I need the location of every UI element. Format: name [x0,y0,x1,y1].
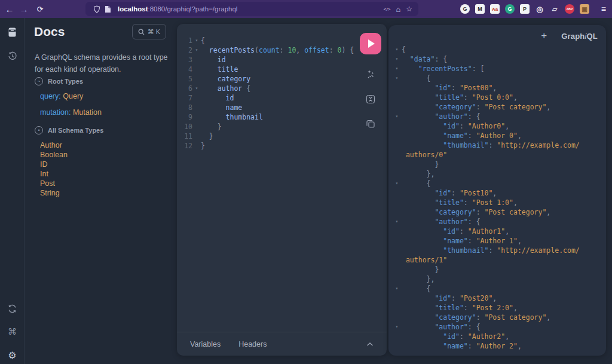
home-icon[interactable]: ⌂ [396,5,400,14]
root-types-label: Root Types [48,78,83,85]
query-field-link[interactable]: query [40,92,59,100]
add-tab-button[interactable]: + [541,30,547,42]
code-line: ▾ { [392,179,605,188]
root-types-icon: ~ [35,77,43,85]
url-path: :8080/graphiql?path=/graphql [148,5,237,13]
shield-icon[interactable] [91,5,102,13]
code-line: 5 category [177,74,353,84]
secondary-editor-bar: Variables Headers [177,332,387,356]
query-editor[interactable]: 1▾{2▾ recentPosts(count: 10, offset: 0) … [177,36,353,151]
schema-type-link[interactable]: ID [40,160,68,169]
url-bar[interactable]: localhost:8080/graphiql?path=/graphql </… [85,2,418,16]
code-line: "name": "Author 2", [392,341,605,351]
code-line: "category": "Post category", [392,207,605,217]
code-line: 12} [177,141,353,151]
code-line: 9 thumbnail [177,112,353,122]
ext-box-aa-icon[interactable]: Aa [490,4,500,14]
code-line: ▾ "author": { [392,217,605,227]
ext-box-m-icon[interactable]: M [475,4,485,14]
code-line: }, [392,274,605,284]
prettify-icon[interactable] [365,69,376,79]
root-type-mutation: mutation: Mutation [40,108,102,117]
code-line: 4 title [177,65,353,74]
back-icon[interactable]: ← [2,0,17,18]
code-line: "name": "Author 0", [392,131,605,140]
ext-box-p-icon[interactable]: P [520,4,530,14]
code-line: } [392,265,605,274]
bookmark-star-icon[interactable]: ☆ [406,5,412,13]
menu-icon[interactable]: ≡ [601,4,606,14]
code-line: "title": "Post 0:0", [392,93,605,102]
code-line: "name": "Author 1", [392,236,605,246]
ext-target-icon[interactable]: ◎ [535,4,544,14]
play-icon [368,39,375,48]
response-panel: + GraphiQL ▾{▾ "data": {▾ "recentPosts":… [388,25,606,356]
graphiql-logo: GraphiQL [561,32,598,41]
schema-type-link[interactable]: Post [40,179,68,188]
extension-icons: GMAaGP◎▱ABP▣ [460,4,589,14]
ext-adblock-icon[interactable]: ABP [565,4,574,14]
doc-search-button[interactable]: ⌘ K [132,24,166,39]
reader-code-icon[interactable]: </> [384,7,391,12]
page-info-icon[interactable] [102,5,113,13]
refetch-schema-icon[interactable] [0,304,25,314]
url-text: localhost:8080/graphiql?path=/graphql [118,5,384,13]
copy-query-icon[interactable] [366,119,375,129]
code-line: 3 id [177,55,353,65]
code-line: 7 id [177,93,353,103]
code-line: "title": "Post 2:0", [392,303,605,313]
ext-grammarly-icon[interactable]: G [505,4,515,14]
code-line: 10 } [177,122,353,131]
mutation-field-link[interactable]: mutation [40,108,69,117]
code-line: ▾{ [392,45,605,54]
code-line: ▾ { [392,284,605,293]
code-line: "id": "Author2", [392,332,605,341]
history-plugin-icon[interactable] [0,51,25,61]
schema-type-link[interactable]: String [40,188,68,198]
code-line: "title": "Post 1:0", [392,198,605,207]
root-type-query: query: Query [40,92,83,100]
query-type-link[interactable]: Query [63,92,83,100]
code-line: 11 } [177,131,353,141]
all-schema-types-icon: • [35,126,43,134]
reload-icon[interactable]: ⟳ [33,0,47,18]
schema-type-link[interactable]: Author [40,140,68,150]
tab-variables[interactable]: Variables [190,340,221,348]
code-line: "thumbnail": "http://example.com/ [392,246,605,255]
ext-tab-saver-icon[interactable]: ▱ [550,4,559,14]
ext-g-light-icon[interactable]: G [460,4,470,14]
search-shortcut-label: ⌘ K [148,28,160,36]
response-viewer[interactable]: ▾{▾ "data": {▾ "recentPosts": [▾ { "id":… [392,45,605,351]
url-host: localhost [118,5,148,13]
settings-gear-icon[interactable]: ⚙ [0,350,25,361]
plugin-rail: ⌘ ⚙ [0,18,25,364]
shortcuts-icon[interactable]: ⌘ [0,326,25,337]
forward-icon[interactable]: → [17,0,31,18]
code-line: authors/1" [392,255,605,265]
root-types-header: ~ Root Types [35,77,83,85]
merge-fragments-icon[interactable] [365,94,376,105]
code-line: 2▾ recentPosts(count: 10, offset: 0) { [177,45,353,55]
code-line: ▾ "author": { [392,322,605,332]
schema-type-link[interactable]: Int [40,169,68,179]
execute-button[interactable] [360,33,381,54]
code-line: } [392,160,605,169]
docs-panel: Docs ⌘ K A GraphQL schema provides a roo… [25,18,174,364]
tab-headers[interactable]: Headers [238,340,267,348]
code-line: "id": "Author1", [392,227,605,236]
schema-type-link[interactable]: Boolean [40,150,68,160]
schema-type-list: AuthorBooleanIDIntPostString [40,140,68,198]
docs-title: Docs [34,25,65,39]
mutation-type-link[interactable]: Mutation [73,108,102,117]
code-line: }, [392,169,605,179]
code-line: ▾ "author": { [392,112,605,121]
code-line: "category": "Post category", [392,102,605,112]
all-schema-types-header: • All Schema Types [35,126,103,134]
docs-plugin-icon[interactable] [0,27,25,38]
ext-screenshot-icon[interactable]: ▣ [580,4,589,14]
code-line: ▾ "recentPosts": [ [392,64,605,74]
all-schema-types-label: All Schema Types [48,127,103,134]
chevron-up-icon[interactable] [366,342,374,347]
query-editor-panel: 1▾{2▾ recentPosts(count: 10, offset: 0) … [177,24,387,356]
code-line: authors/0" [392,150,605,160]
